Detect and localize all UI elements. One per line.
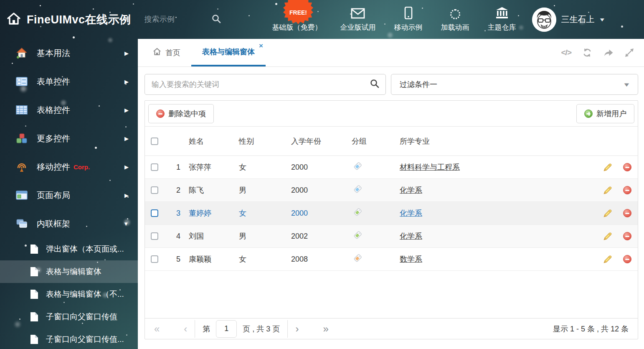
row-checkbox[interactable] — [151, 209, 158, 217]
keyword-search-input[interactable] — [152, 80, 370, 89]
refresh-icon[interactable] — [582, 48, 592, 58]
close-icon[interactable]: × — [259, 42, 263, 49]
filter-value: 过滤条件一 — [400, 79, 437, 89]
column-header-major[interactable]: 所学专业 — [400, 136, 598, 146]
sidebar-item-form-controls[interactable]: 表单控件 ▶ — [0, 67, 138, 96]
edit-pencil-icon[interactable] — [598, 163, 617, 172]
sidebar-item-grid-controls[interactable]: 表格控件 ▶ — [0, 96, 138, 124]
row-checkbox[interactable] — [151, 163, 158, 171]
next-page-icon[interactable]: › — [295, 324, 299, 334]
sidebar-item-basic-usage[interactable]: 基本用法 ▶ — [0, 39, 138, 67]
page-number-input[interactable] — [216, 320, 237, 338]
brand[interactable]: FineUIMvc在线示例 — [0, 12, 131, 27]
select-all-checkbox[interactable] — [151, 138, 158, 145]
user-name: 三生石上 — [561, 14, 595, 25]
first-page-icon[interactable]: « — [154, 324, 160, 334]
row-checkbox[interactable] — [151, 186, 158, 194]
page-suffix: 页 , 共 3 页 — [243, 324, 280, 334]
chevron-right-icon: ▶ — [124, 107, 129, 113]
column-header-name[interactable]: 姓名 — [189, 136, 239, 146]
table-row-selected[interactable]: 3 董婷婷 女 2000 化学系 — [145, 202, 638, 225]
table-row[interactable]: 2 陈飞 男 2000 化学系 — [145, 179, 638, 202]
delete-selected-button[interactable]: 删除选中项 — [148, 104, 214, 123]
add-user-button[interactable]: 新增用户 — [576, 104, 634, 123]
column-header-group[interactable]: 分组 — [352, 136, 400, 146]
cell-year: 2002 — [291, 232, 352, 241]
sidebar: 基本用法 ▶ 表单控件 ▶ 表格控件 ▶ 更多控件 ▶ 移动控件 Corp. ▶ — [0, 39, 138, 349]
form-icon — [16, 76, 28, 87]
cell-name: 康颖颖 — [189, 254, 239, 264]
cell-gender: 女 — [239, 208, 291, 218]
tab-label: 首页 — [165, 48, 180, 58]
header-search[interactable] — [145, 14, 232, 25]
grid-panel: 删除选中项 新增用户 姓名 性别 入学年份 分组 所学专业 1 张萍萍 女 20… — [145, 100, 638, 339]
grid-empty-space — [145, 271, 638, 318]
sidebar-subitem-child-to-parent-2[interactable]: 子窗口向父窗口传值... — [0, 328, 138, 349]
main-content: 首页 表格与编辑窗体 × </> 过滤条件一 ▼ — [138, 39, 644, 349]
cell-gender: 女 — [239, 162, 291, 172]
sidebar-item-page-layout[interactable]: 页面布局 ▶ — [0, 181, 138, 209]
cell-major: 数学系 — [400, 254, 598, 264]
column-header-gender[interactable]: 性别 — [239, 136, 291, 146]
header-search-input[interactable] — [145, 15, 211, 24]
delete-row-icon[interactable] — [617, 186, 638, 194]
tab-home[interactable]: 首页 — [142, 39, 191, 66]
edit-pencil-icon[interactable] — [598, 232, 617, 241]
edit-pencil-icon[interactable] — [598, 186, 617, 195]
nav-mobile-demo[interactable]: 移动示例 — [394, 7, 423, 32]
sidebar-subitem-grid-edit-window[interactable]: 表格与编辑窗体 — [0, 260, 138, 283]
cell-major: 化学系 — [400, 208, 598, 218]
house-icon — [16, 47, 28, 59]
pagination-bar: « ‹ 第 页 , 共 3 页 › » 显示 1 - 5 条 , 共 12 条 — [145, 318, 638, 339]
column-header-year[interactable]: 入学年份 — [291, 136, 352, 146]
cell-name: 陈飞 — [189, 185, 239, 195]
sidebar-subitem-grid-edit-window-2[interactable]: 表格与编辑窗体（不... — [0, 283, 138, 306]
sidebar-item-more-controls[interactable]: 更多控件 ▶ — [0, 124, 138, 153]
last-page-icon[interactable]: » — [323, 324, 328, 334]
cell-gender: 女 — [239, 254, 291, 264]
cubes-icon — [16, 132, 28, 144]
search-icon[interactable] — [370, 79, 380, 90]
file-icon — [30, 289, 38, 299]
file-icon — [30, 312, 38, 322]
mobile-icon — [404, 7, 413, 19]
row-checkbox[interactable] — [151, 255, 158, 263]
expand-icon[interactable] — [625, 48, 634, 57]
delete-row-icon[interactable] — [617, 232, 638, 240]
chevron-right-icon: ▶ — [124, 50, 129, 56]
nav-loading-animation[interactable]: 加载动画 — [441, 7, 469, 32]
table-row[interactable]: 1 张萍萍 女 2000 材料科学与工程系 — [145, 156, 638, 179]
delete-row-icon[interactable] — [617, 163, 638, 171]
row-checkbox[interactable] — [151, 232, 158, 240]
sidebar-item-inline-frame[interactable]: 内联框架 ▼ — [0, 209, 138, 238]
chevron-right-icon: ▶ — [124, 135, 129, 142]
edit-pencil-icon[interactable] — [598, 209, 617, 218]
cell-year: 2000 — [291, 163, 352, 172]
prev-page-icon[interactable]: ‹ — [184, 324, 187, 334]
tab-grid-edit-window[interactable]: 表格与编辑窗体 × — [191, 39, 266, 66]
bank-icon — [495, 7, 509, 19]
grid-toolbar: 删除选中项 新增用户 — [145, 101, 638, 127]
chevron-right-icon: ▶ — [124, 164, 129, 170]
nav-theme-repo[interactable]: 主题仓库 — [488, 7, 516, 32]
share-icon[interactable] — [603, 48, 614, 58]
delete-row-icon[interactable] — [617, 209, 638, 217]
user-menu[interactable]: 三生石上 ▼ — [532, 8, 605, 32]
nav-enterprise-trial[interactable]: 企业版试用 — [340, 7, 376, 32]
tag-icon — [352, 207, 400, 219]
table-row[interactable]: 4 刘国 男 2002 化学系 — [145, 225, 638, 248]
sidebar-subitem-child-to-parent[interactable]: 子窗口向父窗口传值 — [0, 306, 138, 328]
sidebar-item-mobile-controls[interactable]: 移动控件 Corp. ▶ — [0, 153, 138, 181]
home-icon — [7, 12, 21, 27]
edit-pencil-icon[interactable] — [598, 255, 617, 264]
keyword-search[interactable] — [145, 74, 386, 95]
table-header: 姓名 性别 入学年份 分组 所学专业 — [145, 127, 638, 156]
code-icon[interactable]: </> — [561, 48, 571, 57]
table-row[interactable]: 5 康颖颖 女 2008 数学系 — [145, 248, 638, 271]
sidebar-subitem-popup-window[interactable]: 弹出窗体（本页面或... — [0, 238, 138, 260]
search-icon[interactable] — [211, 14, 221, 25]
signal-icon — [16, 161, 28, 173]
delete-row-icon[interactable] — [617, 255, 638, 263]
filter-dropdown[interactable]: 过滤条件一 ▼ — [391, 74, 638, 95]
cell-name: 刘国 — [189, 231, 239, 241]
